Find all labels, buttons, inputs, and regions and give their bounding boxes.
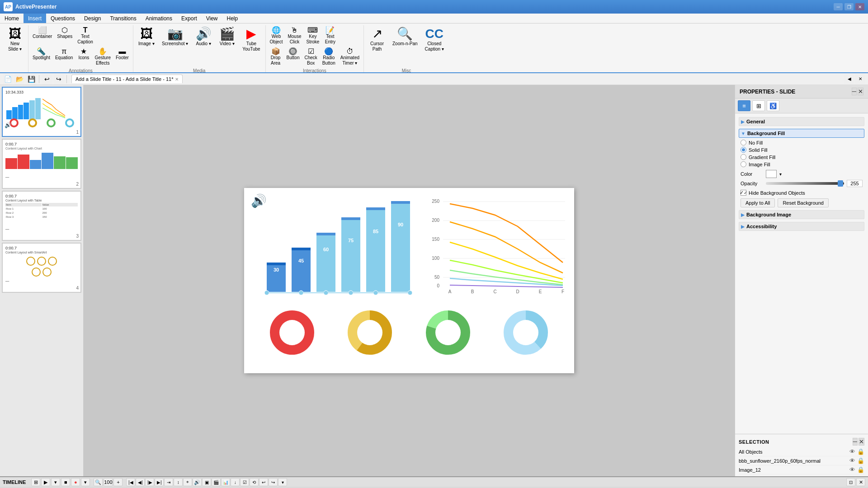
tl-grid-btn[interactable]: ⊞ bbox=[31, 478, 40, 486]
menu-animations[interactable]: Animations bbox=[141, 14, 177, 23]
check-box-button[interactable]: ☑ CheckBox bbox=[302, 47, 319, 67]
tl-btn-15[interactable]: ↪ bbox=[269, 478, 278, 486]
tl-zoom-out-btn[interactable]: 🔍 bbox=[94, 478, 103, 486]
tab-close-btn[interactable]: ✕ bbox=[175, 77, 179, 82]
new-slide-button[interactable]: 🖼 NewSlide ▾ bbox=[4, 25, 26, 54]
close-button[interactable]: ✕ bbox=[855, 3, 864, 10]
visibility-icon-video[interactable]: 👁 bbox=[849, 457, 855, 464]
animated-timer-button[interactable]: ⏱ AnimatedTimer ▾ bbox=[338, 47, 362, 67]
shapes-button[interactable]: ⬡ Shapes bbox=[55, 25, 75, 46]
panel-toggle-btn[interactable]: ◀ bbox=[844, 74, 854, 84]
menu-questions[interactable]: Questions bbox=[46, 14, 80, 23]
tl-btn-6[interactable]: ↕ bbox=[174, 478, 183, 486]
props-tab-accessibility[interactable]: ♿ bbox=[767, 100, 779, 111]
menu-transitions[interactable]: Transitions bbox=[105, 14, 141, 23]
slide-thumb-3[interactable]: 0:00.7 Content Layout with Table Item Va… bbox=[2, 191, 81, 241]
tl-zoom-100-btn[interactable]: 100 bbox=[104, 478, 113, 486]
menu-design[interactable]: Design bbox=[80, 14, 105, 23]
image-fill-option[interactable]: Image Fill bbox=[741, 161, 863, 167]
menu-insert[interactable]: Insert bbox=[24, 14, 46, 23]
minimize-button[interactable]: ─ bbox=[834, 3, 843, 10]
text-entry-button[interactable]: 📝 TextEntry bbox=[322, 25, 338, 46]
screenshot-button[interactable]: 📷 Screenshot ▾ bbox=[159, 25, 191, 49]
tl-play-btn[interactable]: ▶ bbox=[41, 478, 50, 486]
video-button[interactable]: 🎬 Video ▾ bbox=[216, 25, 238, 49]
tl-btn-11[interactable]: ↓ bbox=[231, 478, 240, 486]
new-btn[interactable]: 📄 bbox=[3, 74, 13, 84]
tl-play-dropdown[interactable]: ▾ bbox=[51, 478, 60, 486]
undo-btn[interactable]: ↩ bbox=[42, 74, 52, 84]
redo-btn[interactable]: ↪ bbox=[54, 74, 64, 84]
tl-btn-2[interactable]: ◀| bbox=[136, 478, 145, 486]
tl-btn-9[interactable]: 🎬 bbox=[212, 478, 221, 486]
text-caption-button[interactable]: T TextCaption bbox=[75, 25, 95, 46]
no-fill-radio[interactable] bbox=[741, 140, 746, 145]
file-tab[interactable]: Add a Slide Title - 11 - Add a Slide Tit… bbox=[71, 75, 183, 83]
hide-bg-checkbox-row[interactable]: ✓ Hide Background Objects bbox=[739, 190, 864, 196]
panel-close-btn[interactable]: ✕ bbox=[855, 74, 865, 84]
tl-btn-4[interactable]: ▶| bbox=[155, 478, 164, 486]
props-tab-grid[interactable]: ⊞ bbox=[752, 100, 765, 111]
hide-bg-checkbox[interactable]: ✓ bbox=[741, 190, 746, 196]
save-btn[interactable]: 💾 bbox=[26, 74, 36, 84]
open-btn[interactable]: 📂 bbox=[14, 74, 24, 84]
gradient-fill-radio[interactable] bbox=[741, 154, 746, 160]
tl-record-dropdown[interactable]: ▾ bbox=[81, 478, 90, 486]
lock-icon-all[interactable]: 🔒 bbox=[857, 448, 864, 455]
tl-btn-5[interactable]: ⇥ bbox=[164, 478, 173, 486]
gesture-effects-button[interactable]: ✋ GestureEffects bbox=[92, 47, 113, 67]
closed-caption-button[interactable]: CC ClosedCaption ▾ bbox=[422, 25, 447, 54]
image-button[interactable]: 🖼 Image ▾ bbox=[135, 25, 158, 49]
apply-to-all-btn[interactable]: Apply to All bbox=[741, 198, 775, 207]
restore-button[interactable]: ❐ bbox=[844, 3, 854, 10]
tl-record-btn[interactable]: ● bbox=[71, 478, 80, 486]
selection-minimize-btn[interactable]: ─ bbox=[853, 438, 858, 446]
bg-image-header[interactable]: ▶ Background Image bbox=[739, 210, 864, 219]
radio-button-btn[interactable]: 🔵 RadioButton bbox=[320, 47, 338, 67]
general-section-header[interactable]: ▶ General bbox=[739, 117, 864, 126]
props-close-btn[interactable]: ✕ bbox=[858, 88, 863, 95]
lock-icon-video[interactable]: 🔒 bbox=[857, 457, 864, 464]
slide-thumb-1[interactable]: 10:34.333 bbox=[2, 87, 81, 137]
tl-btn-8[interactable]: ▣ bbox=[202, 478, 211, 486]
tl-btn-14[interactable]: ↩ bbox=[259, 478, 268, 486]
footer-button[interactable]: ▬ Footer bbox=[113, 47, 131, 67]
tl-stop-btn[interactable]: ■ bbox=[61, 478, 70, 486]
background-section-header[interactable]: ▼ Background Fill bbox=[739, 129, 864, 138]
menu-home[interactable]: Home bbox=[0, 14, 24, 23]
youtube-button[interactable]: ▶ TubeYouTube bbox=[239, 25, 263, 54]
key-stroke-button[interactable]: ⌨ KeyStroke bbox=[304, 25, 321, 46]
lock-icon-image[interactable]: 🔒 bbox=[857, 466, 864, 473]
web-object-button[interactable]: 🌐 WebObject bbox=[268, 25, 285, 46]
menu-view[interactable]: View bbox=[202, 14, 222, 23]
mouse-click-button[interactable]: 🖱 MouseClick bbox=[285, 25, 303, 46]
tl-btn-12[interactable]: ☑ bbox=[240, 478, 249, 486]
container-button[interactable]: ⬜ Container bbox=[30, 25, 54, 46]
tl-btn-3[interactable]: |▶ bbox=[145, 478, 154, 486]
button-btn[interactable]: 🔘 Button bbox=[284, 47, 302, 67]
no-fill-option[interactable]: No Fill bbox=[741, 140, 863, 145]
equation-button[interactable]: π Equation bbox=[53, 47, 75, 67]
audio-button[interactable]: 🔊 Audio ▾ bbox=[192, 25, 215, 49]
tl-detach-btn[interactable]: ⊡ bbox=[846, 478, 855, 486]
tl-btn-1[interactable]: |◀ bbox=[126, 478, 135, 486]
tl-btn-13[interactable]: ⟲ bbox=[250, 478, 259, 486]
slide-thumb-4[interactable]: 0:00.7 Content Layout with SmartArt ━━ 4 bbox=[2, 243, 81, 293]
spotlight-button[interactable]: 🔦 Spotlight bbox=[30, 47, 52, 67]
tl-zoom-in-btn[interactable]: + bbox=[113, 478, 123, 486]
zoom-n-pan-button[interactable]: 🔍 Zoom-n-Pan bbox=[389, 25, 421, 49]
solid-fill-radio[interactable] bbox=[741, 147, 746, 153]
color-dropdown-btn[interactable]: ▾ bbox=[779, 172, 782, 177]
reset-background-btn[interactable]: Reset Background bbox=[778, 198, 829, 207]
cursor-path-button[interactable]: ↗ CursorPath bbox=[366, 25, 388, 54]
slide-thumb-2[interactable]: 0:00.7 Content Layout with Chart ━━ 2 bbox=[2, 139, 81, 189]
visibility-icon-all[interactable]: 👁 bbox=[849, 448, 855, 455]
tl-close-btn[interactable]: ✕ bbox=[856, 478, 865, 486]
props-tab-slide[interactable]: ≡ bbox=[738, 100, 750, 111]
tl-btn-more[interactable]: ▾ bbox=[278, 478, 287, 486]
opacity-slider-thumb[interactable] bbox=[838, 180, 843, 187]
solid-fill-option[interactable]: Solid Fill bbox=[741, 147, 863, 153]
selection-close-btn[interactable]: ✕ bbox=[859, 438, 864, 446]
icons-button[interactable]: ★ Icons bbox=[75, 47, 92, 67]
gradient-fill-option[interactable]: Gradient Fill bbox=[741, 154, 863, 160]
